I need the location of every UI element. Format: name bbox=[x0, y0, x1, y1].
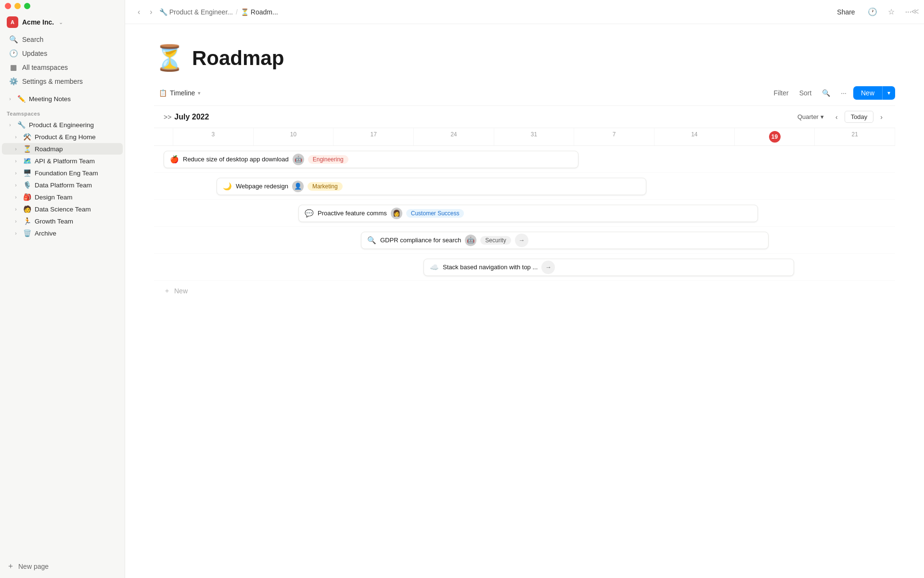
timeline-month: July 2022 bbox=[174, 113, 209, 121]
new-button-group: New ▾ bbox=[853, 86, 895, 100]
date-cell-today: 19 bbox=[735, 128, 815, 145]
sidebar-item-all-teamspaces[interactable]: ▦ All teamspaces bbox=[2, 61, 123, 74]
magnifier-icon: 🔍 bbox=[367, 236, 376, 245]
plus-icon: ＋ bbox=[164, 287, 170, 295]
new-label: New bbox=[174, 287, 188, 295]
sort-button[interactable]: Sort bbox=[796, 87, 816, 99]
table-row: 🔍 GDPR compliance for search 🤖 Security … bbox=[154, 227, 895, 254]
maximize-button[interactable] bbox=[24, 3, 30, 9]
collapse-sidebar-button[interactable]: ≪ bbox=[911, 7, 919, 16]
gear-icon: ⚙️ bbox=[9, 77, 18, 86]
grid-icon: ▦ bbox=[9, 63, 18, 72]
timeline-next-button[interactable]: › bbox=[877, 111, 886, 123]
workspace-selector[interactable]: A Acme Inc. ⌄ bbox=[2, 14, 123, 30]
date-cell: 17 bbox=[334, 128, 414, 145]
titlebar-actions: Share 🕐 ☆ ··· bbox=[832, 5, 914, 18]
view-label: Timeline bbox=[170, 89, 195, 97]
sidebar-item-foundation-eng[interactable]: › 🖥️ Foundation Eng Team bbox=[2, 167, 123, 179]
new-button-dropdown[interactable]: ▾ bbox=[882, 86, 895, 100]
quarter-selector[interactable]: Quarter ▾ bbox=[793, 111, 829, 122]
timeline-prev-button[interactable]: ‹ bbox=[833, 111, 841, 123]
table-row: 🌙 Webpage redesign 👤 Marketing bbox=[154, 173, 895, 200]
timeline-rows: 🍎 Reduce size of desktop app download 🤖 … bbox=[154, 146, 895, 315]
date-cell: 24 bbox=[414, 128, 494, 145]
bag-icon: 🎒 bbox=[22, 193, 32, 201]
breadcrumb-separator: / bbox=[236, 8, 238, 16]
sidebar-item-archive[interactable]: › 🗑️ Archive bbox=[2, 227, 123, 239]
date-cell: 14 bbox=[654, 128, 735, 145]
sidebar-item-product-eng-home[interactable]: › ⚒️ Product & Eng Home bbox=[2, 131, 123, 143]
sidebar-item-roadmap[interactable]: › ⏳ Roadmap bbox=[2, 143, 123, 155]
chevron-right-icon: › bbox=[13, 183, 19, 188]
sidebar-item-api-platform[interactable]: › 🗺️ API & Platform Team bbox=[2, 155, 123, 167]
sidebar-item-search[interactable]: 🔍 Search bbox=[2, 33, 123, 46]
expand-arrow-button[interactable]: → bbox=[541, 261, 555, 274]
plus-icon: ＋ bbox=[7, 561, 14, 571]
timeline-controls: Quarter ▾ ‹ Today › bbox=[793, 111, 886, 123]
sidebar-item-settings[interactable]: ⚙️ Settings & members bbox=[2, 75, 123, 88]
sidebar-item-growth-team[interactable]: › 🏃 Growth Team bbox=[2, 215, 123, 227]
titlebar: ‹ › 🔧 Product & Engineer... / ⏳ Roadm...… bbox=[125, 0, 924, 24]
new-button[interactable]: New bbox=[853, 86, 882, 100]
favorite-button[interactable]: ☆ bbox=[885, 5, 898, 18]
today-button[interactable]: Today bbox=[845, 111, 874, 123]
filter-button[interactable]: Filter bbox=[770, 87, 793, 99]
history-button[interactable]: 🕐 bbox=[865, 5, 880, 18]
new-page-button[interactable]: ＋ New page bbox=[0, 558, 125, 574]
sidebar-item-label: All teamspaces bbox=[22, 64, 68, 71]
chevron-right-icon: › bbox=[13, 219, 19, 224]
expand-icon[interactable]: >> bbox=[164, 113, 171, 121]
new-row-button[interactable]: ＋ New bbox=[154, 281, 895, 301]
more-options-button[interactable]: ··· bbox=[837, 87, 850, 99]
sidebar-item-label: Search bbox=[22, 36, 43, 43]
date-cell: 10 bbox=[254, 128, 334, 145]
task-bar-1[interactable]: 🍎 Reduce size of desktop app download 🤖 … bbox=[164, 151, 578, 168]
view-toolbar: 📋 Timeline ▾ Filter Sort 🔍 ··· New ▾ bbox=[154, 86, 895, 106]
close-button[interactable] bbox=[5, 3, 11, 9]
wrench-icon: 🔧 bbox=[159, 8, 167, 16]
sidebar-item-design-team[interactable]: › 🎒 Design Team bbox=[2, 191, 123, 203]
chat-icon: 💬 bbox=[305, 209, 314, 218]
page-icon: ⏳ bbox=[154, 43, 185, 73]
sidebar-item-label: Product & Engineering bbox=[29, 121, 94, 129]
task-bar-2[interactable]: 🌙 Webpage redesign 👤 Marketing bbox=[217, 178, 646, 195]
task-label: Reduce size of desktop app download bbox=[183, 156, 289, 163]
timeline-header: >> July 2022 Quarter ▾ ‹ Today › bbox=[154, 106, 895, 128]
hourglass-icon: ⏳ bbox=[241, 8, 249, 16]
forward-button[interactable]: › bbox=[147, 6, 155, 18]
task-bar-3[interactable]: 💬 Proactive feature comms 👩 Customer Suc… bbox=[298, 205, 758, 222]
new-page-label: New page bbox=[18, 563, 49, 570]
task-bar-5[interactable]: ☁️ Stack based navigation with top ... → bbox=[424, 259, 794, 276]
sidebar-item-data-science[interactable]: › 🧑 Data Science Team bbox=[2, 203, 123, 215]
sidebar-item-product-engineering[interactable]: › 🔧 Product & Engineering bbox=[2, 119, 123, 131]
avatar: 👤 bbox=[292, 181, 304, 192]
security-tag: Security bbox=[480, 236, 511, 245]
back-button[interactable]: ‹ bbox=[135, 6, 143, 18]
avatar: 🤖 bbox=[293, 154, 304, 165]
timeline-view-selector[interactable]: 📋 Timeline ▾ bbox=[154, 87, 205, 99]
archive-icon: 🗑️ bbox=[22, 229, 32, 237]
map-icon: 🗺️ bbox=[22, 157, 32, 165]
expand-arrow-button[interactable]: → bbox=[515, 234, 528, 247]
search-button[interactable]: 🔍 bbox=[818, 87, 834, 99]
breadcrumb-product-eng[interactable]: 🔧 Product & Engineer... bbox=[159, 8, 233, 16]
engineering-tag: Engineering bbox=[308, 155, 348, 164]
chevron-down-icon: ▾ bbox=[821, 113, 824, 120]
sidebar-item-meeting-notes[interactable]: › ✏️ Meeting Notes bbox=[2, 93, 123, 105]
hourglass-icon: ⏳ bbox=[22, 145, 32, 153]
chevron-right-icon: › bbox=[13, 207, 19, 212]
breadcrumb-roadmap[interactable]: ⏳ Roadm... bbox=[241, 8, 278, 16]
timeline-nav: >> July 2022 bbox=[164, 113, 209, 121]
cloud-icon: ☁️ bbox=[430, 263, 439, 272]
quarter-label: Quarter bbox=[797, 113, 819, 120]
minimize-button[interactable] bbox=[14, 3, 21, 9]
share-button[interactable]: Share bbox=[832, 6, 860, 18]
workspace-icon: A bbox=[7, 16, 18, 28]
person-icon: 🧑 bbox=[22, 205, 32, 213]
sidebar-item-data-platform[interactable]: › 🎙️ Data Platform Team bbox=[2, 179, 123, 191]
chevron-right-icon: › bbox=[13, 158, 19, 164]
customer-success-tag: Customer Success bbox=[406, 209, 464, 218]
task-bar-4[interactable]: 🔍 GDPR compliance for search 🤖 Security … bbox=[361, 232, 769, 249]
sidebar-item-updates[interactable]: 🕐 Updates bbox=[2, 47, 123, 60]
sidebar-item-label: Growth Team bbox=[35, 218, 73, 225]
